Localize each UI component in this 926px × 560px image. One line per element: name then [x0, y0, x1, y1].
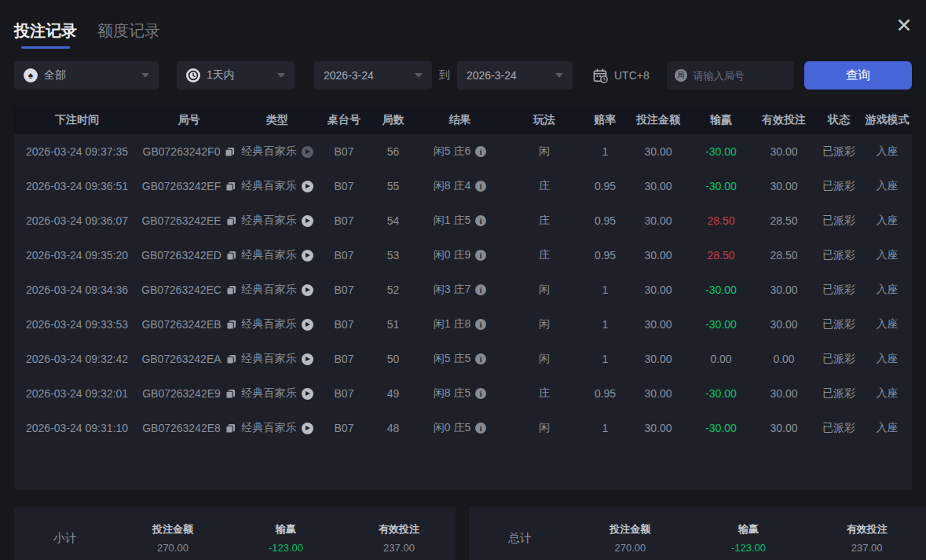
cell-status: 已派彩	[815, 421, 862, 435]
date-to-value: 2026-3-24	[467, 69, 517, 82]
info-icon[interactable]: i	[475, 181, 486, 192]
total-valid-bet: 有效投注 237.00	[807, 522, 926, 554]
cell-status: 已派彩	[815, 145, 862, 159]
info-icon[interactable]: i	[475, 388, 486, 399]
cell-result: 闲0 庄5 i	[415, 421, 505, 435]
table-row: 2026-03-24 09:33:53 GB07263242EB 经典百家乐 B…	[14, 307, 912, 342]
cell-bet-amount: 30.00	[627, 284, 690, 296]
copy-icon[interactable]	[226, 251, 236, 261]
cell-odds: 1	[584, 422, 627, 434]
cell-bet-amount: 30.00	[627, 318, 690, 331]
col-header-game-type: 类型	[238, 113, 317, 127]
cell-game-mode: 入座	[862, 248, 912, 262]
cell-bet-option: 闲	[505, 421, 584, 435]
table-row: 2026-03-24 09:32:01 GB07263242E9 经典百家乐 B…	[14, 376, 912, 411]
cell-round-id: GB07263242E8	[140, 422, 238, 434]
play-icon[interactable]	[302, 284, 313, 296]
copy-icon[interactable]	[226, 320, 236, 330]
cell-round-id: GB07263242EC	[140, 284, 238, 296]
play-icon[interactable]	[302, 353, 313, 365]
cell-bet-time: 2026-03-24 09:34:36	[14, 284, 140, 296]
col-header-table-no: 桌台号	[317, 113, 371, 127]
cell-table-no: B07	[317, 145, 371, 158]
copy-icon[interactable]	[225, 389, 236, 399]
cell-odds: 0.95	[584, 180, 627, 192]
date-from-dropdown[interactable]: 2026-3-24	[314, 61, 432, 90]
cell-result: 闲1 庄5 i	[415, 214, 505, 228]
copy-icon[interactable]	[226, 285, 236, 295]
table-row: 2026-03-24 09:35:20 GB07263242ED 经典百家乐 B…	[14, 238, 912, 273]
game-type-dropdown[interactable]: ♠ 全部	[14, 61, 159, 90]
cell-win-loss: -30.00	[690, 180, 752, 192]
copy-icon[interactable]	[225, 181, 236, 192]
play-icon[interactable]	[302, 181, 313, 192]
cell-game-mode: 入座	[862, 317, 912, 331]
cell-result: 闲0 庄9 i	[415, 248, 505, 262]
cell-round-no: 50	[371, 353, 415, 365]
search-button[interactable]: 查询	[804, 61, 912, 90]
tab-bar: 投注记录 额度记录	[0, 0, 926, 49]
play-icon[interactable]	[302, 423, 313, 434]
cell-game-mode: 入座	[862, 283, 912, 297]
col-header-bet-time: 下注时间	[14, 113, 140, 127]
info-icon[interactable]: i	[475, 215, 486, 226]
cell-game-mode: 入座	[862, 179, 912, 193]
play-icon[interactable]	[302, 146, 313, 158]
cell-table-no: B07	[317, 387, 371, 400]
date-to-dropdown[interactable]: 2026-3-24	[457, 61, 573, 90]
cell-bet-time: 2026-03-24 09:36:07	[14, 214, 140, 227]
round-number-input[interactable]	[694, 70, 786, 82]
tab-bet-records[interactable]: 投注记录	[14, 20, 77, 49]
table-row: 2026-03-24 09:32:42 GB07263242EA 经典百家乐 B…	[14, 342, 912, 376]
cell-game-type: 经典百家乐	[238, 145, 317, 159]
bet-records-table: 下注时间 局号 类型 桌台号 局数 结果 玩法 赔率 投注金额 输赢 有效投注 …	[14, 106, 912, 489]
cell-odds: 0.95	[584, 387, 627, 400]
cell-bet-amount: 30.00	[627, 422, 690, 434]
copy-icon[interactable]	[225, 423, 236, 434]
cell-bet-amount: 30.00	[627, 249, 690, 262]
timezone-selector[interactable]: UTC+8	[593, 68, 650, 83]
tab-quota-records[interactable]: 额度记录	[97, 20, 160, 49]
cell-valid-bet: 28.50	[752, 214, 815, 227]
info-icon[interactable]: i	[475, 250, 486, 261]
cell-result: 闲3 庄7 i	[415, 283, 505, 297]
play-icon[interactable]	[302, 319, 313, 331]
info-icon[interactable]: i	[475, 319, 486, 330]
copy-icon[interactable]	[225, 147, 235, 157]
info-icon[interactable]: i	[475, 284, 486, 295]
summary-bar: 小计 投注金额 270.00 输赢 -123.00 有效投注 237.00 总计…	[0, 507, 926, 560]
play-icon[interactable]	[302, 215, 313, 227]
cell-bet-time: 2026-03-24 09:32:01	[14, 387, 140, 400]
info-icon[interactable]: i	[475, 423, 486, 434]
time-range-dropdown[interactable]: 1天内	[177, 61, 295, 90]
cell-game-mode: 入座	[862, 386, 912, 401]
cell-valid-bet: 0.00	[752, 353, 815, 365]
play-icon[interactable]	[302, 250, 313, 262]
cell-result: 闲5 庄5 i	[415, 352, 505, 366]
close-icon[interactable]: ✕	[890, 13, 918, 38]
cell-table-no: B07	[317, 422, 371, 434]
copy-icon[interactable]	[226, 216, 236, 226]
info-icon[interactable]: i	[475, 353, 486, 364]
timezone-label: UTC+8	[614, 69, 650, 82]
cell-round-id: GB07263242F0	[140, 145, 238, 158]
subtotal-win-loss: 输赢 -123.00	[229, 522, 342, 554]
cell-result: 闲1 庄8 i	[415, 317, 505, 331]
info-icon[interactable]: i	[475, 146, 486, 157]
cell-odds: 1	[584, 353, 627, 365]
spade-icon: ♠	[24, 68, 38, 82]
cell-status: 已派彩	[815, 386, 862, 401]
cell-game-type: 经典百家乐	[238, 317, 317, 331]
cell-result: 闲5 庄6 i	[415, 145, 505, 159]
cell-status: 已派彩	[815, 179, 862, 193]
cell-bet-amount: 30.00	[627, 387, 690, 400]
cell-game-mode: 入座	[862, 214, 912, 228]
copy-icon[interactable]	[226, 354, 236, 364]
table-row: 2026-03-24 09:36:07 GB07263242EE 经典百家乐 B…	[14, 203, 912, 238]
cell-bet-time: 2026-03-24 09:35:20	[14, 249, 140, 262]
round-number-icon: 局	[675, 69, 687, 82]
cell-bet-option: 庄	[505, 179, 584, 193]
play-icon[interactable]	[302, 388, 313, 400]
cell-round-no: 55	[371, 180, 415, 192]
cell-table-no: B07	[317, 214, 371, 227]
